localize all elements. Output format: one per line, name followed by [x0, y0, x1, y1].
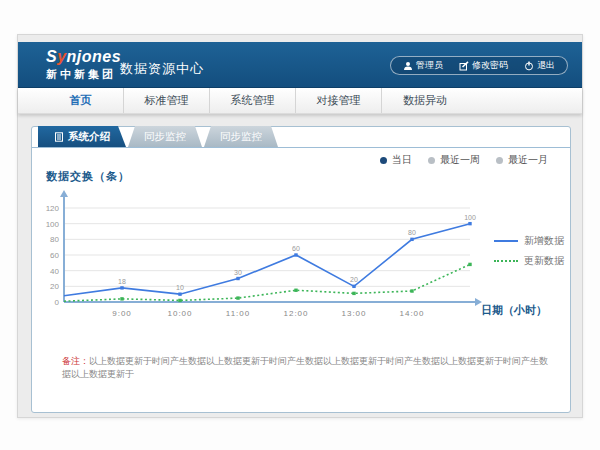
legend-label: 新增数据 [524, 234, 564, 248]
user-menu-power[interactable]: 退出 [516, 59, 563, 72]
line-chart: 0204060801001209:0010:0011:0012:0013:001… [40, 187, 485, 322]
y-tick-label: 40 [50, 267, 59, 276]
app-window: Synjones 新中新集团 数据资源中心 管理员修改密码退出 首页标准管理系统… [17, 34, 583, 418]
power-icon [524, 61, 534, 71]
data-point [178, 299, 181, 302]
range-option[interactable]: 最近一月 [496, 153, 548, 167]
radio-dot-icon [428, 157, 435, 164]
y-tick-label: 100 [46, 220, 60, 229]
y-axis-arrow-icon [60, 190, 68, 197]
x-tick-label: 12:00 [283, 309, 308, 318]
footnote-text: 以上数据更新于时间产生数据以上数据更新于时间产生数据以上数据更新于时间产生数据以… [62, 356, 548, 379]
y-tick-label: 20 [50, 282, 59, 291]
data-point-label: 100 [464, 214, 476, 221]
brand-letter: S [46, 48, 57, 65]
tab-bar: 系统介绍同步监控同步监控 [32, 127, 570, 148]
y-tick-label: 120 [46, 204, 60, 213]
range-label: 最近一月 [508, 153, 548, 167]
data-point [120, 286, 123, 289]
tab-2[interactable]: 同步监控 [204, 126, 278, 147]
tab-label: 同步监控 [220, 130, 262, 144]
data-point [468, 222, 471, 225]
data-point [120, 297, 123, 300]
legend-line-icon [494, 240, 518, 242]
data-point [468, 263, 471, 266]
app-title: 数据资源中心 [120, 60, 204, 78]
range-label: 最近一周 [440, 153, 480, 167]
time-range-options: 当日最近一周最近一月 [380, 153, 548, 167]
radio-dot-icon [380, 157, 387, 164]
legend-label: 更新数据 [524, 254, 564, 268]
doc-icon [54, 132, 64, 142]
page: Synjones 新中新集团 数据资源中心 管理员修改密码退出 首页标准管理系统… [0, 0, 600, 450]
user-icon [403, 61, 413, 71]
y-axis-title: 数据交换（条） [46, 169, 130, 184]
legend-item[interactable]: 更新数据 [494, 251, 564, 271]
legend-item[interactable]: 新增数据 [494, 231, 564, 251]
data-point [294, 253, 297, 256]
brand-subtitle: 新中新集团 [46, 67, 121, 82]
user-menu-label: 管理员 [416, 59, 443, 72]
brand-logo: Synjones 新中新集团 [46, 48, 121, 82]
user-menu-user[interactable]: 管理员 [395, 59, 451, 72]
brand-name: Synjones [46, 48, 121, 66]
data-point [236, 296, 239, 299]
user-menu-label: 修改密码 [472, 59, 508, 72]
data-point-label: 80 [408, 229, 416, 236]
tab-label: 同步监控 [144, 130, 186, 144]
footnote-prefix: 备注： [62, 356, 89, 366]
data-point [410, 289, 413, 292]
range-option[interactable]: 最近一周 [428, 153, 480, 167]
tab-label: 系统介绍 [68, 130, 110, 144]
data-point-label: 10 [176, 284, 184, 291]
tab-1[interactable]: 同步监控 [128, 126, 202, 147]
data-point-label: 30 [234, 269, 242, 276]
nav-item[interactable]: 首页 [38, 88, 124, 113]
header: Synjones 新中新集团 数据资源中心 管理员修改密码退出 [18, 42, 582, 88]
data-point-label: 18 [118, 278, 126, 285]
nav-item[interactable]: 标准管理 [124, 88, 210, 113]
x-tick-label: 13:00 [341, 309, 366, 318]
range-option[interactable]: 当日 [380, 153, 412, 167]
x-tick-label: 11:00 [226, 309, 250, 318]
y-tick-label: 60 [50, 251, 59, 260]
legend-line-icon [494, 260, 518, 262]
x-tick-label: 9:00 [112, 309, 132, 318]
y-tick-label: 0 [55, 298, 60, 307]
user-menu-edit[interactable]: 修改密码 [451, 59, 516, 72]
tab-0[interactable]: 系统介绍 [38, 126, 126, 147]
data-point-label: 20 [350, 276, 358, 283]
data-point [294, 289, 297, 292]
x-axis-title: 日期（小时） [481, 303, 547, 318]
user-menu-label: 退出 [537, 59, 555, 72]
content-panel: 系统介绍同步监控同步监控 当日最近一周最近一月 数据交换（条） 02040608… [31, 126, 571, 413]
user-menu: 管理员修改密码退出 [390, 56, 568, 75]
edit-icon [459, 61, 469, 71]
nav-item[interactable]: 对接管理 [296, 88, 382, 113]
y-tick-label: 80 [50, 235, 59, 244]
x-tick-label: 14:00 [399, 309, 424, 318]
data-point [236, 277, 239, 280]
data-point [410, 238, 413, 241]
data-point-label: 60 [292, 245, 300, 252]
main-nav: 首页标准管理系统管理对接管理数据异动 [18, 88, 582, 114]
range-label: 当日 [392, 153, 412, 167]
brand-letters: njones [67, 48, 122, 65]
brand-accent-letter: y [57, 48, 66, 65]
data-point [352, 285, 355, 288]
nav-item[interactable]: 系统管理 [210, 88, 296, 113]
footnote: 备注：以上数据更新于时间产生数据以上数据更新于时间产生数据以上数据更新于时间产生… [62, 355, 548, 381]
data-point [178, 292, 181, 295]
data-point [352, 292, 355, 295]
nav-item[interactable]: 数据异动 [382, 88, 468, 113]
radio-dot-icon [496, 157, 503, 164]
x-tick-label: 10:00 [167, 309, 192, 318]
chart-legend: 新增数据更新数据 [494, 231, 564, 271]
